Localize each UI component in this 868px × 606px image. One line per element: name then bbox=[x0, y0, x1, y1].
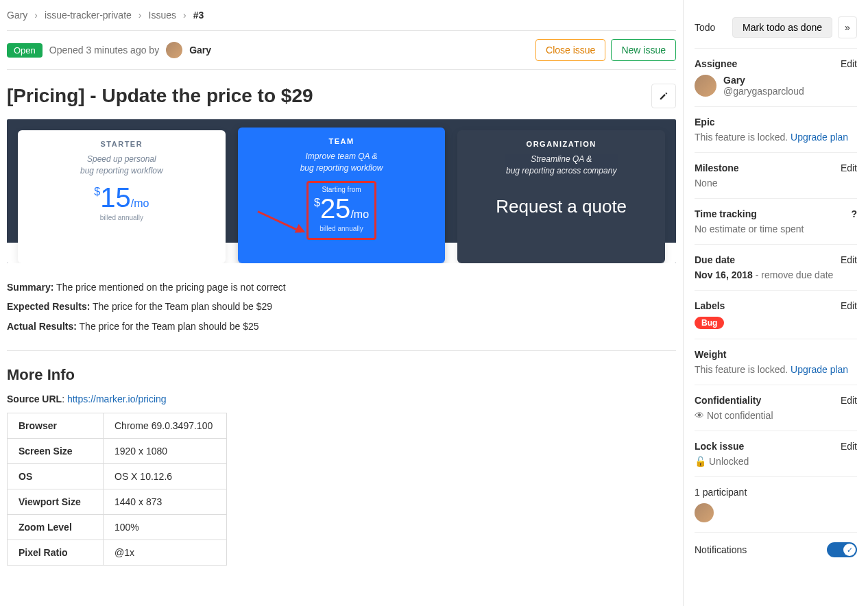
notifications-title: Notifications bbox=[695, 544, 747, 555]
new-issue-button[interactable]: New issue bbox=[611, 39, 676, 61]
plan-starter: STARTER Speed up personalbug reporting w… bbox=[18, 130, 226, 263]
summary-label: Summary: bbox=[7, 282, 53, 293]
avatar[interactable] bbox=[166, 42, 182, 58]
table-row: Screen Size1920 x 1080 bbox=[8, 439, 227, 464]
upgrade-plan-link[interactable]: Upgrade plan bbox=[791, 132, 848, 143]
annotation-arrow-icon bbox=[258, 210, 313, 245]
weight-title: Weight bbox=[695, 349, 857, 360]
summary-text: The price mentioned on the pricing page … bbox=[53, 282, 285, 293]
sidebar: Todo Mark todo as done » AssigneeEdit Ga… bbox=[683, 0, 868, 606]
pencil-icon bbox=[659, 91, 668, 101]
labels-title: Labels bbox=[695, 300, 725, 311]
lock-value: Unlocked bbox=[709, 456, 749, 467]
table-row: Viewport Size1440 x 873 bbox=[8, 489, 227, 515]
issue-attachment-image: STARTER Speed up personalbug reporting w… bbox=[7, 119, 676, 263]
actual-text: The price for the Team plan should be $2… bbox=[77, 321, 259, 332]
more-info-heading: More Info bbox=[7, 366, 676, 384]
mark-todo-done-button[interactable]: Mark todo as done bbox=[732, 17, 832, 38]
epic-title: Epic bbox=[695, 117, 857, 128]
chevron-right-icon: › bbox=[138, 10, 142, 21]
due-date-edit[interactable]: Edit bbox=[841, 254, 857, 265]
collapse-sidebar-button[interactable]: » bbox=[838, 16, 857, 38]
breadcrumb-repo[interactable]: issue-tracker-private bbox=[45, 10, 132, 21]
table-row: Pixel Ratio@1x bbox=[8, 540, 227, 566]
remove-due-date-link[interactable]: - remove due date bbox=[753, 269, 834, 280]
confidentiality-title: Confidentiality bbox=[695, 395, 761, 406]
chevron-right-icon: › bbox=[34, 10, 38, 21]
assignee-handle[interactable]: @garygasparcloud bbox=[723, 86, 804, 97]
lock-open-icon: 🔓 bbox=[695, 456, 706, 467]
breadcrumb-issues[interactable]: Issues bbox=[149, 10, 176, 21]
close-issue-button[interactable]: Close issue bbox=[535, 39, 605, 61]
table-row: BrowserChrome 69.0.3497.100 bbox=[8, 413, 227, 439]
plan-organization: ORGANIZATION Streamline QA &bug reportin… bbox=[457, 130, 665, 263]
due-date-value: Nov 16, 2018 bbox=[695, 269, 753, 280]
highlight-box: Starting from $25/mo billed annually bbox=[306, 181, 376, 240]
milestone-title: Milestone bbox=[695, 162, 739, 173]
edit-title-button[interactable] bbox=[651, 84, 676, 108]
source-url-label: Source URL bbox=[7, 393, 62, 404]
plan-team: TEAM Improve team QA &bug reporting work… bbox=[238, 128, 446, 263]
upgrade-plan-link[interactable]: Upgrade plan bbox=[791, 364, 848, 375]
assignee-edit[interactable]: Edit bbox=[841, 58, 857, 69]
help-icon[interactable]: ? bbox=[851, 208, 857, 219]
participant-avatar[interactable] bbox=[695, 503, 714, 522]
breadcrumb-issue-id: #3 bbox=[193, 10, 204, 21]
assignee-name[interactable]: Gary bbox=[723, 75, 804, 86]
label-bug[interactable]: Bug bbox=[695, 317, 724, 329]
opened-text: Opened 3 minutes ago by bbox=[49, 45, 159, 56]
time-tracking-title: Time tracking bbox=[695, 208, 757, 219]
chevrons-right-icon: » bbox=[845, 22, 850, 33]
eye-icon: 👁 bbox=[695, 410, 704, 421]
confidentiality-edit[interactable]: Edit bbox=[841, 395, 857, 406]
participants-title: 1 participant bbox=[695, 487, 857, 498]
expected-label: Expected Results: bbox=[7, 301, 90, 312]
author-link[interactable]: Gary bbox=[189, 45, 211, 56]
chevron-right-icon: › bbox=[183, 10, 186, 21]
confidentiality-value: Not confidential bbox=[707, 410, 773, 421]
issue-title: [Pricing] - Update the price to $29 bbox=[7, 85, 313, 107]
lock-issue-title: Lock issue bbox=[695, 441, 744, 452]
epic-locked-text: This feature is locked. bbox=[695, 132, 788, 143]
notifications-toggle[interactable] bbox=[827, 542, 857, 557]
status-badge: Open bbox=[7, 43, 43, 58]
main-content: Gary › issue-tracker-private › Issues › … bbox=[0, 0, 683, 606]
expected-text: The price for the Team plan should be $2… bbox=[90, 301, 272, 312]
source-url-link[interactable]: https://marker.io/pricing bbox=[67, 393, 167, 404]
status-bar: Open Opened 3 minutes ago by Gary Close … bbox=[7, 31, 676, 69]
time-tracking-value: No estimate or time spent bbox=[695, 223, 857, 234]
table-row: Zoom Level100% bbox=[8, 515, 227, 540]
table-row: OSOS X 10.12.6 bbox=[8, 464, 227, 489]
weight-locked-text: This feature is locked. bbox=[695, 364, 788, 375]
avatar[interactable] bbox=[695, 75, 716, 97]
labels-edit[interactable]: Edit bbox=[841, 300, 857, 311]
actual-label: Actual Results: bbox=[7, 321, 77, 332]
milestone-value: None bbox=[695, 178, 857, 189]
milestone-edit[interactable]: Edit bbox=[841, 162, 857, 173]
assignee-title: Assignee bbox=[695, 58, 737, 69]
lock-issue-edit[interactable]: Edit bbox=[841, 441, 857, 452]
todo-label: Todo bbox=[695, 22, 715, 33]
issue-description: Summary: The price mentioned on the pric… bbox=[7, 263, 676, 350]
environment-table: BrowserChrome 69.0.3497.100 Screen Size1… bbox=[7, 413, 227, 566]
breadcrumb-owner[interactable]: Gary bbox=[7, 10, 27, 21]
breadcrumb: Gary › issue-tracker-private › Issues › … bbox=[7, 7, 676, 30]
due-date-title: Due date bbox=[695, 254, 735, 265]
